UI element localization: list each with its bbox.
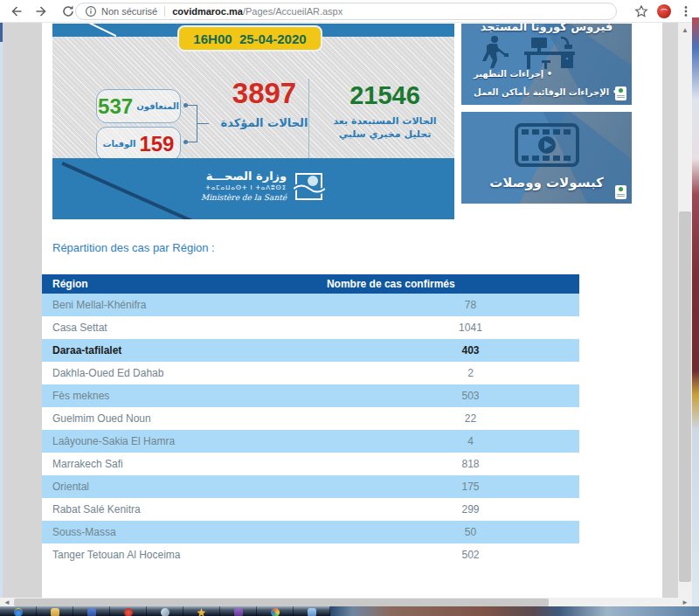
region-cell: Laâyoune-Sakia El Hamra [42,435,327,447]
forward-icon [35,4,49,18]
banner2-title: كبسولات ووصلات [461,175,632,190]
cases-cell: 50 [327,526,579,538]
excluded-label: الحالات المستبعدة بعد تحليل مخبري سلبي [322,115,448,142]
back-button[interactable] [5,1,26,22]
decor-slash [61,162,206,219]
region-cell: Tanger Tetouan Al Hoceima [42,549,327,561]
taskbar-icon-silver-app[interactable] [147,606,183,616]
region-cell: Dakhla-Oued Ed Dahab [42,367,327,379]
cases-cell: 22 [327,412,579,425]
table-row: Casa Settat1041 [42,316,579,339]
cases-cell: 4 [327,435,579,447]
decor-slash [83,24,117,37]
ministry-strip: وزارة الصحـــة ⵜⴰⵎⴰⵡⴰⵙⵜ ⵏ ⵜⴰⴷⵓⵙⵉ Ministè… [52,158,454,219]
video-capsules-banner[interactable]: كبسولات ووصلات [461,112,632,204]
ministry-name-tifinagh: ⵜⴰⵎⴰⵡⴰⵙⵜ ⵏ ⵜⴰⴷⵓⵙⵉ [201,184,287,191]
region-cell: Oriental [42,481,327,493]
deaths-box: الوفيات 159 [96,127,181,161]
ministry-name-arabic: وزارة الصحـــة [201,170,287,183]
info-icon [85,5,97,17]
region-cell: Casa Settat [42,322,327,334]
cases-cell: 2 [327,367,579,379]
scroll-up-icon[interactable]: ▲ [678,24,692,37]
menu-icon[interactable] [680,4,692,18]
table-row: Dakhla-Oued Ed Dahab2 [42,362,579,384]
omnibox-divider [164,6,165,17]
deaths-label: الوفيات [103,139,136,149]
taskbar-icon-media-app[interactable] [257,606,294,616]
stats-divider [308,79,309,159]
recovered-count: 537 [98,96,133,117]
cases-cell: 299 [327,503,579,516]
table-row: Oriental175 [42,475,579,498]
region-cell: Fès meknes [42,390,327,402]
taskbar-preview-area [330,606,699,616]
taskbar-icon-purple-app[interactable] [220,606,257,616]
stats-area: 537 المتعافون الوفيات 159 3897 [52,37,454,158]
region-cell: Guelmim Oued Noun [42,412,327,425]
taskbar-icon-red-app[interactable] [110,606,147,616]
banner1-title: فيروس كورونا المستجد [461,24,632,33]
banner1-bullet-2: الإجراءات الوقائية بأماكن العمل [474,87,618,97]
mini-ministry-logo-icon [615,185,626,199]
extension-icon[interactable] [657,4,671,18]
table-row: Fès meknes503 [42,384,579,407]
excluded-cases-group: 21546 الحالات المستبعدة بعد تحليل مخبري … [322,82,448,142]
forward-button[interactable] [31,1,52,22]
cases-cell: 1041 [327,322,579,334]
header-region: Région [42,278,327,290]
cases-cell: 78 [327,299,579,311]
cases-cell: 175 [327,481,579,493]
desk-icon [523,36,577,71]
taskbar-icon-explorer[interactable] [37,606,73,616]
ministry-name-french: Ministère de la Santé [201,193,287,202]
table-row: Souss-Massa50 [42,521,579,543]
connector-line [197,123,209,124]
address-bar[interactable]: Non sécurisé covidmaroc.ma/Pages/Accueil… [75,3,617,20]
connector-line [185,105,197,106]
taskbar-icon-blue-app[interactable] [73,606,110,616]
table-row: Beni Mellal-Khénifra78 [42,294,579,316]
region-cell: Daraa-tafilalet [42,344,327,356]
cases-cell: 502 [327,549,579,561]
refresh-icon [61,4,75,18]
region-cell: Rabat Salé Kenitra [42,503,327,516]
covid-stats-banner[interactable]: 16H00 25-04-2020 537 المتعافون الوفيات 1… [52,24,454,219]
recovered-label: المتعافون [136,101,179,111]
table-row: Rabat Salé Kenitra299 [42,498,579,521]
security-label: Non sécurisé [101,6,157,17]
table-row: Tanger Tetouan Al Hoceima502 [42,543,579,566]
vertical-scrollbar[interactable]: ▲ [678,23,692,598]
cases-cell: 503 [327,390,579,402]
page-content: 16H00 25-04-2020 537 المتعافون الوفيات 1… [42,23,662,598]
back-icon [9,4,23,18]
excluded-count: 21546 [322,82,448,108]
table-row: Daraa-tafilalet403 [42,339,579,362]
report-datetime-badge: 16H00 25-04-2020 [177,25,322,52]
table-header: Région Nombre de cas confirmés [42,274,579,294]
film-play-icon [514,122,580,168]
header-cases: Nombre de cas confirmés [327,278,579,290]
deaths-count: 159 [139,134,174,155]
region-cell: Marrakech Safi [42,458,327,470]
browser-toolbar: Non sécurisé covidmaroc.ma/Pages/Accueil… [0,0,699,23]
desktop-sliver [692,17,699,606]
recovered-box: 537 المتعافون [96,89,181,123]
taskbar-icon-star-app[interactable] [183,606,220,616]
table-row: Marrakech Safi818 [42,453,579,475]
taskbar-icon-ie[interactable] [0,606,37,616]
vertical-scroll-thumb[interactable] [679,211,691,582]
table-row: Guelmim Oued Noun22 [42,407,579,430]
page-background: 16H00 25-04-2020 537 المتعافون الوفيات 1… [0,23,699,598]
workplace-measures-banner[interactable]: فيروس كورونا المستجد [461,24,632,105]
browser-window: Non sécurisé covidmaroc.ma/Pages/Accueil… [0,0,699,616]
section-heading: Répartition des cas par Région : [52,241,215,254]
windows-taskbar [0,606,699,616]
url-domain: covidmaroc.ma [172,6,243,17]
confirmed-count: 3897 [210,79,319,109]
bookmark-star-icon[interactable] [634,4,648,18]
connector-line [185,142,197,142]
mini-ministry-logo-icon [615,87,626,100]
taskbar-icon-window-app[interactable] [294,606,330,616]
horizontal-scroll-thumb[interactable] [14,599,549,606]
